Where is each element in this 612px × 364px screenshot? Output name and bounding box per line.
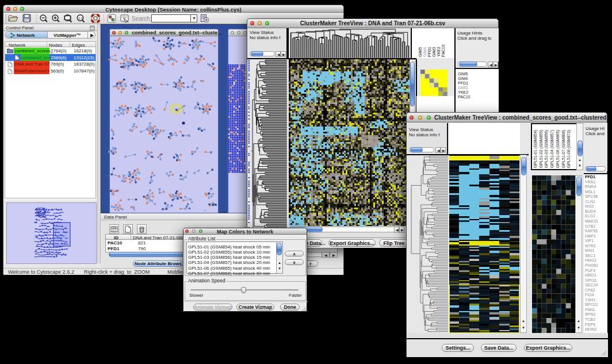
svg-text:1:1: 1:1 — [78, 17, 83, 20]
